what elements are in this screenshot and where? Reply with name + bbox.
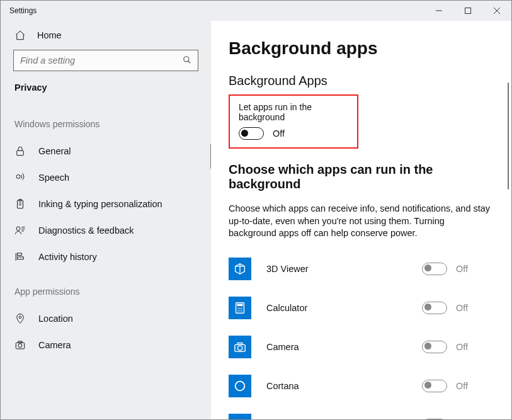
home-icon (14, 30, 26, 41)
svg-line-5 (188, 60, 191, 63)
feedback-icon (14, 225, 26, 236)
nav-label: Inking & typing personalization (38, 199, 162, 209)
app-toggle[interactable] (422, 419, 447, 419)
sidebar: Home Privacy Windows permissions General… (1, 21, 211, 419)
svg-point-24 (241, 308, 242, 309)
speech-icon (14, 172, 26, 183)
svg-point-18 (18, 344, 22, 348)
group-app-permissions: App permissions (1, 270, 211, 305)
svg-rect-19 (18, 341, 22, 343)
close-button[interactable] (482, 1, 511, 21)
minimize-button[interactable] (424, 1, 453, 21)
search-input[interactable] (20, 55, 183, 65)
app-name: Camera (266, 342, 422, 352)
nav-location[interactable]: Location (1, 305, 211, 332)
window-controls (424, 1, 511, 21)
calculator-icon (229, 297, 251, 319)
svg-point-12 (16, 227, 20, 230)
svg-rect-1 (465, 8, 471, 14)
svg-rect-15 (18, 257, 24, 259)
app-name: Cortana (266, 381, 422, 391)
location-icon (14, 313, 26, 324)
master-toggle-highlight: Let apps run in the background Off (229, 94, 358, 149)
camera-icon (14, 339, 26, 351)
nav-activity-history[interactable]: Activity history (1, 244, 211, 270)
svg-rect-30 (237, 343, 242, 344)
search-icon (183, 55, 191, 66)
nav-label: Diagnostics & feedback (38, 225, 134, 236)
svg-point-16 (19, 316, 21, 319)
app-row-camera: Camera Off (229, 332, 492, 371)
svg-point-22 (237, 308, 239, 309)
nav-label: Location (38, 314, 73, 324)
3d-viewer-icon (229, 258, 251, 280)
history-icon (14, 251, 26, 263)
master-toggle-state: Off (273, 128, 285, 139)
nav-label: Activity history (38, 252, 97, 262)
app-row-calculator: Calculator Off (229, 293, 492, 332)
section-heading-1: Background Apps (229, 74, 492, 88)
svg-point-31 (236, 381, 245, 390)
app-toggle-state: Off (456, 264, 468, 274)
svg-rect-14 (18, 253, 22, 256)
app-row-cortana: Cortana Off (229, 371, 492, 410)
app-toggle-state: Off (456, 303, 468, 313)
app-toggle-state: Off (456, 342, 468, 352)
camera-app-icon (229, 336, 251, 358)
nav-label: Camera (38, 340, 71, 350)
nav-general[interactable]: General (1, 138, 211, 164)
nav-camera[interactable]: Camera (1, 332, 211, 358)
clipboard-icon (14, 198, 26, 210)
master-toggle-label: Let apps run in the background (239, 102, 348, 122)
nav-diagnostics[interactable]: Diagnostics & feedback (1, 217, 211, 244)
svg-point-25 (237, 310, 239, 311)
section-description: Choose which apps can receive info, send… (229, 203, 492, 240)
nav-label: General (38, 146, 71, 156)
app-toggle-state: Off (456, 381, 468, 391)
svg-point-26 (239, 310, 241, 311)
svg-point-27 (241, 310, 242, 311)
content-area: Background apps Background Apps Let apps… (211, 21, 511, 419)
app-toggle[interactable] (422, 341, 447, 353)
svg-point-7 (16, 175, 20, 179)
app-toggle[interactable] (422, 380, 447, 392)
svg-rect-21 (237, 304, 242, 306)
maximize-button[interactable] (453, 1, 482, 21)
feedback-hub-icon (229, 414, 251, 419)
app-name: Calculator (266, 303, 422, 313)
group-windows-permissions: Windows permissions (1, 110, 211, 138)
nav-label: Speech (38, 173, 69, 183)
svg-point-23 (239, 308, 241, 309)
master-toggle[interactable] (239, 127, 264, 140)
window-title: Settings (1, 6, 37, 15)
app-toggle[interactable] (422, 263, 447, 275)
svg-rect-6 (17, 150, 24, 156)
svg-point-4 (184, 56, 189, 61)
app-name: 3D Viewer (266, 264, 422, 274)
page-title: Background apps (229, 38, 492, 59)
titlebar: Settings (1, 1, 511, 21)
app-toggle[interactable] (422, 302, 447, 314)
search-box[interactable] (13, 50, 198, 71)
lock-icon (14, 145, 26, 157)
nav-home[interactable]: Home (1, 26, 211, 50)
section-heading-2: Choose which apps can run in the backgro… (229, 162, 492, 191)
content-scrollbar[interactable] (508, 82, 509, 190)
nav-speech[interactable]: Speech (1, 164, 211, 191)
section-title: Privacy (1, 82, 211, 110)
app-row-feedback-hub: Feedback Hub Off (229, 410, 492, 419)
cortana-icon (229, 375, 251, 397)
nav-home-label: Home (37, 30, 62, 40)
nav-inking[interactable]: Inking & typing personalization (1, 191, 211, 217)
app-row-3d-viewer: 3D Viewer Off (229, 254, 492, 293)
